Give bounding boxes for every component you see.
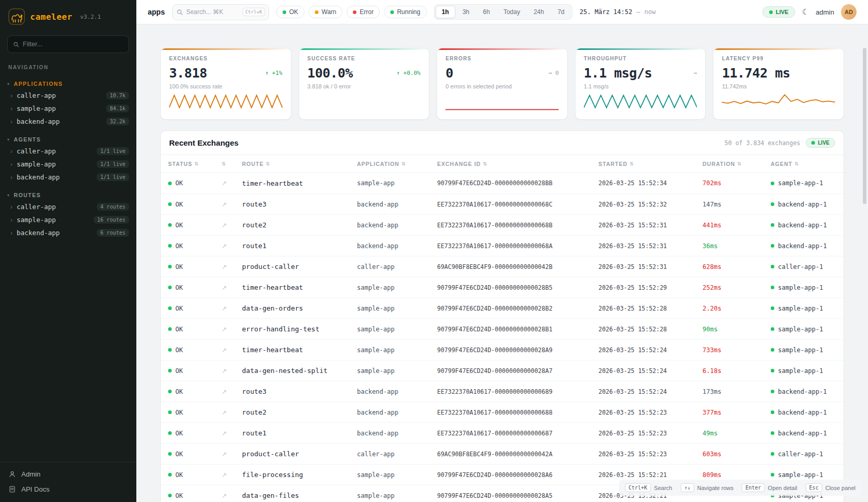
status-label: OK [175, 179, 183, 187]
avatar[interactable]: AD [841, 4, 857, 20]
status-cell: OK [168, 242, 222, 250]
filter-input[interactable] [23, 41, 123, 48]
started-cell: 2026-03-25 15:52:34 [598, 179, 703, 187]
search-input[interactable] [186, 8, 239, 16]
sidebar-item-route[interactable]: › caller-app 4 routes [0, 200, 136, 213]
hint-label: Navigate rows [697, 485, 734, 491]
open-link-cell[interactable]: ↗ [222, 179, 242, 187]
open-link-cell[interactable]: ↗ [222, 222, 242, 229]
status-ok-dot-icon [168, 473, 172, 477]
external-link-icon: ↗ [222, 409, 227, 416]
status-filter-chip[interactable]: Running [384, 6, 427, 18]
time-range-button[interactable]: 1h [436, 6, 455, 18]
sidebar-item-application[interactable]: › backend-app 32.2k [0, 115, 136, 128]
table-row[interactable]: OK ↗ route1 backend-app EE7322370A10617-… [161, 422, 844, 443]
table-row[interactable]: OK ↗ product-caller caller-app 69AC90BF8… [161, 443, 844, 464]
sidebar-item-route[interactable]: › sample-app 16 routes [0, 213, 136, 226]
live-toggle[interactable]: LIVE [762, 6, 795, 18]
table-row[interactable]: OK ↗ data-gen-nested-split sample-app 90… [161, 360, 844, 381]
open-link-cell[interactable]: ↗ [222, 492, 242, 499]
time-range-button[interactable]: 24h [527, 6, 550, 18]
open-link-cell[interactable]: ↗ [222, 284, 242, 291]
open-link-cell[interactable]: ↗ [222, 409, 242, 416]
table-row[interactable]: OK ↗ route3 backend-app EE7322370A10617-… [161, 381, 844, 402]
sidebar-item-badge: 1/1 live [97, 147, 129, 155]
column-header-status[interactable]: STATUS⇅ [168, 161, 222, 167]
started-cell: 2026-03-25 15:52:28 [598, 305, 703, 312]
open-link-cell[interactable]: ↗ [222, 471, 242, 479]
status-ok-dot-icon [168, 390, 172, 393]
external-link-icon: ↗ [222, 201, 227, 208]
external-link-icon: ↗ [222, 367, 227, 375]
agent-cell: sample-app-1 [771, 179, 836, 187]
column-header-route[interactable]: ROUTE⇅ [242, 161, 357, 167]
time-range-button[interactable]: 3h [456, 6, 476, 18]
exchange-id-cell: EE7322370A10617-000000000000068B [437, 222, 598, 229]
sidebar-item-api-docs[interactable]: API Docs [0, 482, 136, 497]
column-header-agent[interactable]: AGENT⇅ [771, 161, 836, 167]
table-row[interactable]: OK ↗ route2 backend-app EE7322370A10617-… [161, 214, 844, 235]
dark-mode-toggle[interactable]: ☾ [802, 7, 809, 17]
table-row[interactable]: OK ↗ timer-heartbeat sample-app 90799F47… [161, 339, 844, 360]
section-title-routes[interactable]: ▾ ROUTES [0, 190, 136, 200]
kpi-value: 1.1 msg/s [584, 66, 652, 81]
sidebar-item-agent[interactable]: › backend-app 1/1 live [0, 171, 136, 184]
column-header-duration[interactable]: DURATION⇅ [703, 161, 771, 167]
chip-label: OK [289, 8, 298, 16]
open-link-cell[interactable]: ↗ [222, 430, 242, 437]
sidebar-item-agent[interactable]: › caller-app 1/1 live [0, 145, 136, 158]
external-link-icon: ↗ [222, 326, 227, 333]
table-row[interactable]: OK ↗ data-gen-orders sample-app 90799F47… [161, 298, 844, 318]
status-filter-chip[interactable]: Error [347, 6, 380, 18]
application-cell: backend-app [357, 222, 437, 229]
column-header-started[interactable]: STARTED⇅ [598, 161, 703, 167]
status-filter-chip[interactable]: Warn [309, 6, 342, 18]
open-link-cell[interactable]: ↗ [222, 367, 242, 375]
open-link-cell[interactable]: ↗ [222, 346, 242, 354]
table-row[interactable]: OK ↗ error-handling-test sample-app 9079… [161, 318, 844, 339]
column-header-link[interactable]: ⇅ [222, 161, 242, 166]
breadcrumb[interactable]: apps [148, 8, 165, 16]
exchange-id-cell: 90799F47E6CD24D-00000000000028BB [437, 179, 598, 187]
time-range-button[interactable]: Today [497, 6, 526, 18]
table-live-badge[interactable]: LIVE [806, 138, 835, 148]
status-label: OK [175, 305, 183, 312]
section-title-agents[interactable]: ▾ AGENTS [0, 134, 136, 145]
status-filter-chip[interactable]: OK [276, 6, 304, 18]
time-range-button[interactable]: 6h [477, 6, 496, 18]
section-title-label: AGENTS [14, 136, 41, 143]
open-link-cell[interactable]: ↗ [222, 388, 242, 395]
sidebar-item-application[interactable]: › caller-app 10.7k [0, 89, 136, 102]
application-cell: caller-app [357, 263, 437, 271]
table-row[interactable]: OK ↗ product-caller caller-app 69AC90BF8… [161, 256, 844, 277]
kpi-title: ERRORS [445, 56, 559, 61]
section-title-applications[interactable]: ▾ APPLICATIONS [0, 79, 136, 89]
open-link-cell[interactable]: ↗ [222, 450, 242, 458]
column-header-application[interactable]: APPLICATION⇅ [357, 161, 437, 167]
exchange-id-cell: 90799F47E6CD24D-00000000000028A7 [437, 367, 598, 375]
open-link-cell[interactable]: ↗ [222, 305, 242, 312]
status-cell: OK [168, 179, 222, 187]
sidebar-item-agent[interactable]: › sample-app 1/1 live [0, 158, 136, 171]
sidebar-item-badge: 84.1k [106, 105, 129, 112]
open-link-cell[interactable]: ↗ [222, 242, 242, 250]
time-range-button[interactable]: 7d [551, 6, 570, 18]
scrollbar-thumb[interactable] [863, 48, 866, 204]
sidebar-item-route[interactable]: › backend-app 6 routes [0, 226, 136, 239]
table-row[interactable]: OK ↗ route1 backend-app EE7322370A10617-… [161, 235, 844, 256]
open-link-cell[interactable]: ↗ [222, 326, 242, 333]
column-header-exchange-id[interactable]: EXCHANGE ID⇅ [437, 161, 598, 167]
agent-label: sample-app-1 [778, 305, 823, 312]
main-content: EXCHANGES 3.818 ↑ +1% 100.0% success rat… [136, 24, 868, 502]
datetime-display[interactable]: 25. März 14:52 — now [580, 8, 656, 16]
sidebar-item-admin[interactable]: Admin [0, 467, 136, 482]
table-row[interactable]: OK ↗ timer-heartbeat sample-app 90799F47… [161, 173, 844, 194]
app-logo[interactable]: cameleer v3.2.1 [0, 0, 136, 30]
table-row[interactable]: OK ↗ timer-heartbeat sample-app 90799F47… [161, 277, 844, 298]
open-link-cell[interactable]: ↗ [222, 263, 242, 271]
table-row[interactable]: OK ↗ route2 backend-app EE7322370A10617-… [161, 402, 844, 422]
status-ok-dot-icon [168, 265, 172, 268]
open-link-cell[interactable]: ↗ [222, 201, 242, 208]
table-row[interactable]: OK ↗ route3 backend-app EE7322370A10617-… [161, 194, 844, 214]
sidebar-item-application[interactable]: › sample-app 84.1k [0, 102, 136, 115]
